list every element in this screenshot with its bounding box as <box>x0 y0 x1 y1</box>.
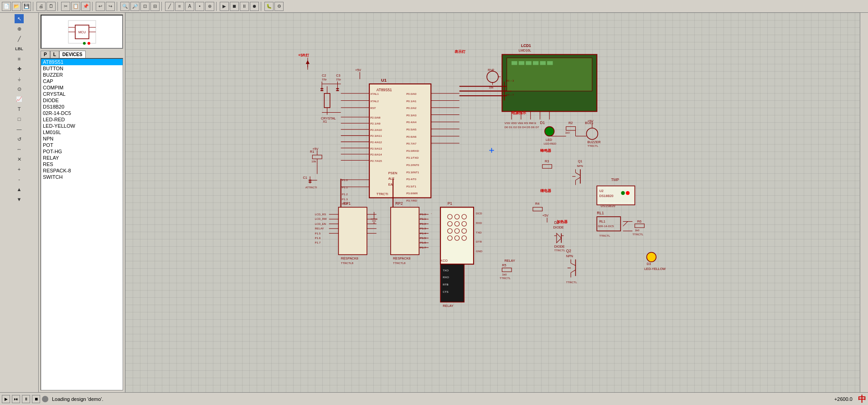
device-led-red[interactable]: LED-RED <box>41 116 123 123</box>
svg-text:EA: EA <box>388 182 393 187</box>
svg-text:D1: D1 <box>540 120 545 125</box>
svg-point-169 <box>626 191 630 195</box>
svg-text:BUZZER: BUZZER <box>588 140 601 144</box>
svg-text:TTRCTI: TTRCTI <box>377 192 388 196</box>
tool-line[interactable]: — <box>15 125 24 134</box>
save-button[interactable]: 💾 <box>22 2 31 11</box>
zoom-in-button[interactable]: 🔍 <box>120 2 129 11</box>
zoom-all-button[interactable]: ⊡ <box>140 2 150 11</box>
settings-button[interactable]: ⚙ <box>274 2 284 11</box>
component-button[interactable]: ⊕ <box>205 2 214 11</box>
relay-section: 继电器 R4 +5V <box>533 188 552 223</box>
device-lm016l[interactable]: LM016L <box>41 129 123 135</box>
device-led-yellow[interactable]: LED-YELLOW <box>41 123 123 129</box>
svg-text:U2: U2 <box>599 189 604 193</box>
svg-text:P2.1/A9: P2.1/A9 <box>370 122 381 125</box>
device-compim[interactable]: COMPIM <box>41 84 123 91</box>
tool-pan-up[interactable]: ▲ <box>15 185 24 194</box>
wire-button[interactable]: ╱ <box>165 2 174 11</box>
tool-box[interactable]: □ <box>15 114 24 124</box>
device-buzzer[interactable]: BUZZER <box>41 72 123 78</box>
svg-text:TTRCTL8: TTRCTL8 <box>393 261 406 265</box>
tool-probe[interactable]: ⊙ <box>15 84 24 93</box>
tool-delete[interactable]: ✕ <box>15 155 24 164</box>
print-button[interactable]: 🖨 <box>36 2 46 11</box>
debug-button[interactable]: 🐛 <box>264 2 274 11</box>
svg-text:加热器: 加热器 <box>556 219 568 224</box>
play-button[interactable]: ▶ <box>2 395 10 403</box>
canvas-area[interactable]: +5R灯 C2 22p C3 22p CRYSTAL X1 <box>125 13 860 392</box>
tool-bus[interactable]: ≡ <box>15 54 24 63</box>
paste-button[interactable]: 📌 <box>81 2 90 11</box>
stop-status-button[interactable]: ⏹ <box>32 395 40 403</box>
tab-l[interactable]: L <box>50 51 59 58</box>
label-button[interactable]: A <box>185 2 194 11</box>
device-respack-8[interactable]: RESPACK-8 <box>41 167 123 174</box>
tab-p[interactable]: P <box>41 51 50 58</box>
svg-rect-113 <box>526 61 531 65</box>
zoom-out-button[interactable]: 🔎 <box>130 2 140 11</box>
copy-button[interactable]: 📋 <box>71 2 80 11</box>
device-button[interactable]: BUTTON <box>41 65 123 72</box>
svg-point-140 <box>586 128 598 140</box>
tool-pan-down[interactable]: ▼ <box>15 195 24 204</box>
pause-button[interactable]: ⏸ <box>240 2 249 11</box>
print-preview-button[interactable]: 🗒 <box>46 2 56 11</box>
svg-text:P3.2/INT0: P3.2/INT0 <box>406 163 419 166</box>
devices-list[interactable]: AT89S51 BUTTON BUZZER CAP COMPIM CRYSTAL… <box>41 58 123 390</box>
svg-text:P2.6/A14: P2.6/A14 <box>370 153 382 156</box>
tool-select[interactable]: ↖ <box>15 14 24 23</box>
svg-text:ALE: ALE <box>388 177 395 181</box>
device-npn[interactable]: NPN <box>41 135 123 142</box>
tool-graph[interactable]: 📈 <box>15 94 24 104</box>
device-switch[interactable]: SWITCH <box>41 174 123 180</box>
svg-text:P2.5/A13: P2.5/A13 <box>370 147 382 150</box>
device-relay[interactable]: RELAY <box>41 155 123 161</box>
svg-text:D0→3: D0→3 <box>506 79 514 82</box>
device-at89s51[interactable]: AT89S51 <box>41 59 123 65</box>
run-button[interactable]: ▶ <box>220 2 229 11</box>
svg-text:P1.5: P1.5 <box>315 232 321 235</box>
tool-junction[interactable]: ✚ <box>15 64 24 73</box>
svg-text:02R-14-DC5: 02R-14-DC5 <box>598 224 614 228</box>
step-forward-button[interactable]: ⏭ <box>12 395 20 403</box>
device-res[interactable]: RES <box>41 161 123 167</box>
tool-text[interactable]: T <box>15 104 24 114</box>
preview-area: MCU <box>41 15 123 49</box>
schematic-canvas[interactable]: +5R灯 C2 22p C3 22p CRYSTAL X1 <box>125 13 860 392</box>
tool-power[interactable]: ⏚ <box>15 74 24 83</box>
stop-button[interactable]: ⏹ <box>230 2 239 11</box>
open-button[interactable]: 📂 <box>12 2 21 11</box>
svg-text:P1.0: P1.0 <box>420 213 426 216</box>
tool-zoom-out[interactable]: - <box>15 175 24 184</box>
status-message: Loading design 'demo'. <box>50 396 829 402</box>
redo-button[interactable]: ↪ <box>106 2 115 11</box>
step-button[interactable]: ⏺ <box>250 2 259 11</box>
junction-button[interactable]: • <box>195 2 204 11</box>
zoom-fit-button[interactable]: ⊟ <box>150 2 160 11</box>
bus-button[interactable]: ≡ <box>175 2 184 11</box>
pause-status-button[interactable]: ⏸ <box>22 395 30 403</box>
svg-text:P0.0/A0: P0.0/A0 <box>406 92 417 95</box>
device-ds18b20[interactable]: DS18B20 <box>41 104 123 110</box>
svg-text:AT89S51: AT89S51 <box>377 88 392 92</box>
device-pot[interactable]: POT <box>41 142 123 148</box>
tool-rotate[interactable]: ↺ <box>15 135 24 144</box>
cut-button[interactable]: ✂ <box>61 2 70 11</box>
tool-flip[interactable]: ↔ <box>15 145 24 154</box>
device-diode[interactable]: DIODE <box>41 97 123 104</box>
device-cap[interactable]: CAP <box>41 78 123 84</box>
device-02r14dc5[interactable]: 02R-14-DC5 <box>41 110 123 116</box>
device-pot-hg[interactable]: POT-HG <box>41 148 123 155</box>
tool-wire[interactable]: ╱ <box>15 34 24 43</box>
tool-component[interactable]: ⊕ <box>15 24 24 33</box>
svg-text:R4: R4 <box>535 202 539 206</box>
tool-zoom-in[interactable]: + <box>15 165 24 174</box>
device-crystal[interactable]: CRYSTAL <box>41 91 123 97</box>
svg-rect-224 <box>391 207 419 254</box>
tool-label[interactable]: LBL <box>15 44 24 53</box>
tab-devices[interactable]: DEVICES <box>59 51 86 58</box>
svg-text:+5R灯: +5R灯 <box>298 53 309 57</box>
undo-button[interactable]: ↩ <box>96 2 105 11</box>
new-button[interactable]: 📄 <box>2 2 11 11</box>
